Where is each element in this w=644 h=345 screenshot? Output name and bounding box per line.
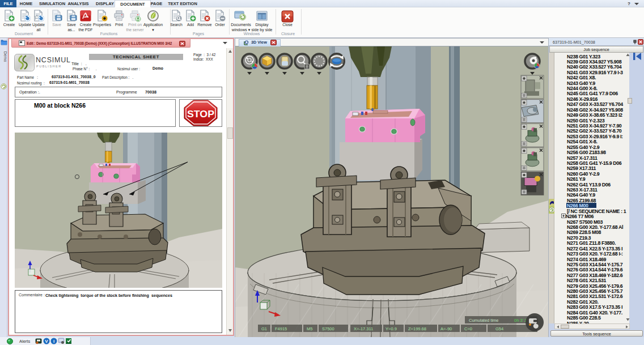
svg-text:Cumulated time: Cumulated time: [469, 318, 499, 323]
svg-text:G1: G1: [261, 326, 267, 331]
svg-text:A=-90: A=-90: [440, 326, 452, 331]
svg-text:F4915: F4915: [275, 326, 287, 331]
svg-text:Y=0.9: Y=0.9: [385, 326, 397, 331]
svg-text:M5: M5: [307, 326, 312, 331]
svg-text:STOP: STOP: [187, 109, 214, 119]
svg-text:V: V: [45, 339, 48, 344]
svg-text:S7500: S7500: [322, 326, 334, 331]
svg-text:X=-17.311: X=-17.311: [354, 326, 373, 331]
svg-text:i: i: [53, 339, 54, 344]
svg-text:Z=199.68: Z=199.68: [408, 326, 426, 331]
svg-text:C=0: C=0: [464, 326, 472, 331]
svg-text:G54: G54: [495, 326, 503, 331]
